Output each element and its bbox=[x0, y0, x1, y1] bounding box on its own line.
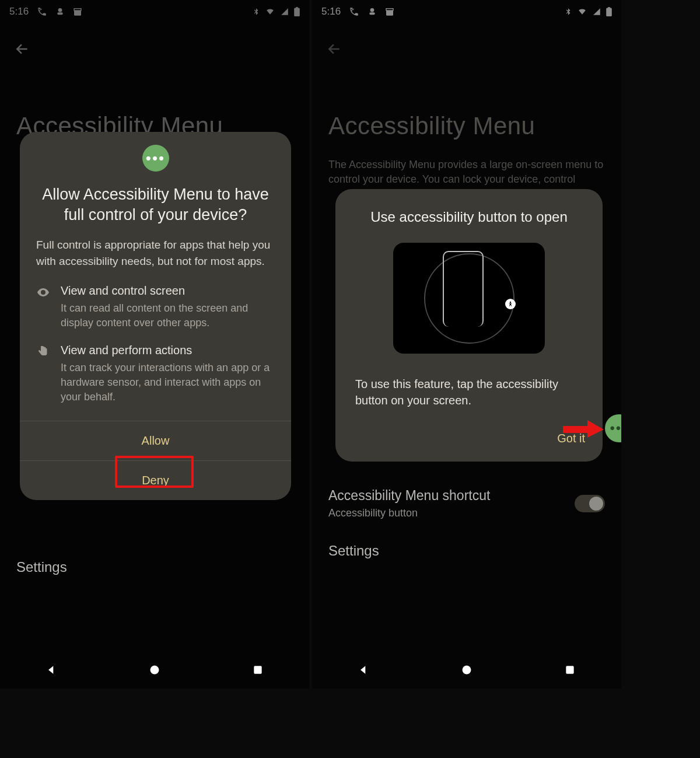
svg-rect-18 bbox=[566, 666, 573, 673]
svg-point-15 bbox=[509, 301, 511, 303]
permission-description: It can read all content on the screen an… bbox=[61, 301, 275, 330]
nav-home-icon[interactable] bbox=[149, 664, 160, 678]
shortcut-subtitle: Accessibility button bbox=[328, 507, 490, 519]
svg-rect-8 bbox=[254, 666, 261, 673]
phone-screen-left: 5:16 Accessibility Menu ••• Allow Access… bbox=[0, 0, 309, 689]
intro-illustration bbox=[393, 243, 545, 354]
shortcut-toggle[interactable] bbox=[575, 495, 605, 512]
shortcut-row[interactable]: Accessibility Menu shortcut Accessibilit… bbox=[328, 481, 605, 526]
nav-recent-icon[interactable] bbox=[564, 664, 576, 678]
permission-item-view-screen: View and control screen It can read all … bbox=[36, 284, 275, 330]
dialog-title: Allow Accessibility Menu to have full co… bbox=[35, 184, 276, 225]
intro-dialog-title: Use accessibility button to open bbox=[335, 209, 603, 225]
nav-home-icon[interactable] bbox=[461, 664, 473, 678]
intro-dialog-body: To use this feature, tap the accessibili… bbox=[355, 376, 583, 408]
nav-back-icon[interactable] bbox=[46, 664, 57, 678]
shortcut-title: Accessibility Menu shortcut bbox=[328, 488, 490, 504]
permission-dialog: ••• Allow Accessibility Menu to have ful… bbox=[20, 132, 291, 500]
svg-point-6 bbox=[42, 291, 44, 294]
permission-title: View and control screen bbox=[61, 284, 275, 298]
dialog-app-icon: ••• bbox=[142, 145, 169, 172]
nav-recent-icon[interactable] bbox=[252, 664, 264, 678]
nav-back-icon[interactable] bbox=[358, 664, 369, 678]
svg-point-17 bbox=[462, 666, 471, 675]
got-it-button[interactable]: Got it bbox=[335, 432, 585, 445]
annotation-rectangle bbox=[115, 456, 194, 488]
permission-description: It can track your interactions with an a… bbox=[61, 361, 275, 405]
permission-item-perform-actions: View and perform actions It can track yo… bbox=[36, 344, 275, 405]
dialog-body: Full control is appropriate for apps tha… bbox=[36, 237, 275, 269]
accessibility-dot-icon bbox=[505, 299, 516, 309]
navigation-bar bbox=[0, 654, 309, 689]
settings-row[interactable]: Settings bbox=[16, 559, 67, 575]
svg-rect-16 bbox=[563, 426, 589, 433]
annotation-arrow bbox=[563, 420, 604, 438]
allow-button[interactable]: Allow bbox=[20, 421, 291, 460]
svg-point-7 bbox=[150, 666, 159, 675]
settings-row[interactable]: Settings bbox=[328, 543, 621, 559]
permission-title: View and perform actions bbox=[61, 344, 275, 357]
hand-icon bbox=[36, 345, 50, 405]
eye-icon bbox=[36, 285, 50, 330]
phone-screen-right: 5:16 Accessibility Menu The Accessibilit… bbox=[312, 0, 621, 689]
navigation-bar bbox=[312, 654, 621, 689]
